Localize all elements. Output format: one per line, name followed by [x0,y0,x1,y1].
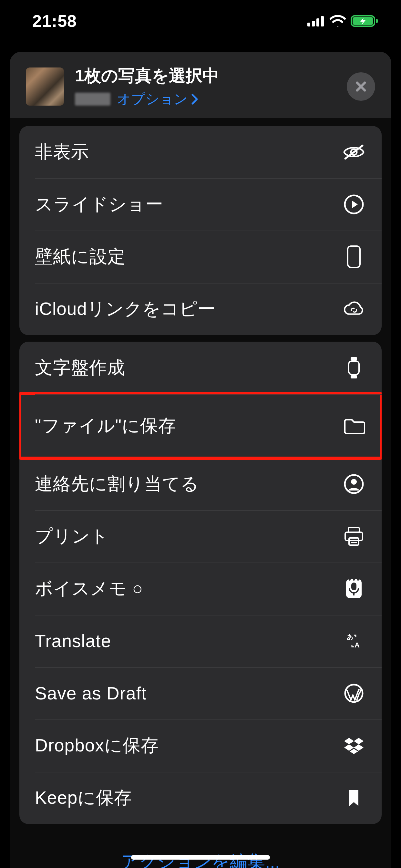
photo-thumbnail[interactable] [26,67,64,105]
wordpress-icon [343,682,365,704]
svg-rect-10 [348,246,360,268]
sheet-title: 1枚の写真を選択中 [75,65,347,87]
action-copy-icloud-link[interactable]: iCloudリンクをコピー [19,283,382,335]
svg-rect-16 [348,528,359,532]
svg-rect-1 [312,21,315,27]
svg-rect-11 [349,361,359,375]
translate-icon: あ A [343,630,365,652]
bookmark-icon [343,787,365,809]
action-print[interactable]: プリント [19,510,382,562]
action-groups: 非表示 スライドショー [10,126,391,868]
edit-actions-label: アクションを編集... [121,851,280,868]
person-circle-icon [343,473,365,495]
watch-icon [343,357,365,379]
svg-rect-0 [307,23,310,27]
svg-point-15 [351,479,357,485]
svg-rect-12 [351,357,357,361]
options-label: オプション [117,90,188,108]
home-indicator[interactable] [131,855,270,860]
action-slideshow[interactable]: スライドショー [19,178,382,230]
action-save-to-files[interactable]: "ファイル"に保存 [19,394,382,458]
action-create-watchface[interactable]: 文字盤作成 [19,342,382,394]
action-label: "ファイル"に保存 [35,414,176,438]
phone-outline-icon [343,246,365,268]
action-voice-memo[interactable]: ボイスメモ ○ [19,562,382,615]
action-label: 文字盤作成 [35,356,125,380]
action-save-to-dropbox[interactable]: Dropboxに保存 [19,719,382,772]
action-label: 非表示 [35,140,89,164]
action-save-to-keep[interactable]: Keepに保存 [19,772,382,824]
svg-rect-13 [351,375,357,378]
action-label: iCloudリンクをコピー [35,297,216,321]
action-label: Keepに保存 [35,786,132,810]
wifi-icon [329,15,346,27]
svg-point-25 [353,579,355,581]
action-hide[interactable]: 非表示 [19,126,382,178]
svg-rect-22 [351,583,357,590]
svg-rect-3 [321,16,324,27]
status-time: 21:58 [32,11,77,31]
chevron-right-icon [190,93,199,105]
action-label: Translate [35,631,111,651]
status-indicators [307,14,378,27]
folder-icon [343,415,365,437]
svg-rect-6 [376,19,378,23]
action-group-2: 文字盤作成 "ファイル"に保存 連絡先に割り当て [19,342,382,824]
svg-text:A: A [354,641,360,649]
svg-rect-17 [345,532,363,540]
action-translate[interactable]: Translate あ A [19,615,382,667]
share-sheet: 1枚の写真を選択中 オプション 非表示 [10,52,391,868]
close-button[interactable] [347,72,375,101]
options-link[interactable]: オプション [117,90,199,108]
header-texts: 1枚の写真を選択中 オプション [75,65,347,108]
play-circle-icon [343,193,365,215]
action-assign-to-contact[interactable]: 連絡先に割り当てる [19,458,382,510]
redacted-text [75,93,111,105]
eye-off-icon [343,141,365,163]
svg-rect-18 [349,538,359,545]
sheet-header: 1枚の写真を選択中 オプション [10,52,391,118]
action-label: スライドショー [35,192,163,216]
svg-text:あ: あ [347,633,353,640]
close-icon [354,80,367,93]
status-bar: 21:58 [0,0,401,39]
action-label: 壁紙に設定 [35,245,126,269]
voice-memo-icon [343,578,365,600]
action-label: プリント [35,524,109,548]
action-label: ボイスメモ ○ [35,577,143,600]
action-label: Save as Draft [35,683,147,704]
dropbox-icon [343,735,365,756]
action-label: 連絡先に割り当てる [35,472,199,496]
action-save-as-draft[interactable]: Save as Draft [19,667,382,719]
printer-icon [343,525,365,547]
cloud-link-icon [343,298,365,320]
cellular-icon [307,16,325,27]
sheet-subtitle: オプション [75,90,347,108]
battery-charging-icon [351,14,378,27]
svg-point-26 [357,579,359,581]
action-set-wallpaper[interactable]: 壁紙に設定 [19,230,382,283]
svg-rect-2 [316,19,319,27]
action-label: Dropboxに保存 [35,734,159,757]
action-group-1: 非表示 スライドショー [19,126,382,335]
svg-point-24 [349,579,351,581]
